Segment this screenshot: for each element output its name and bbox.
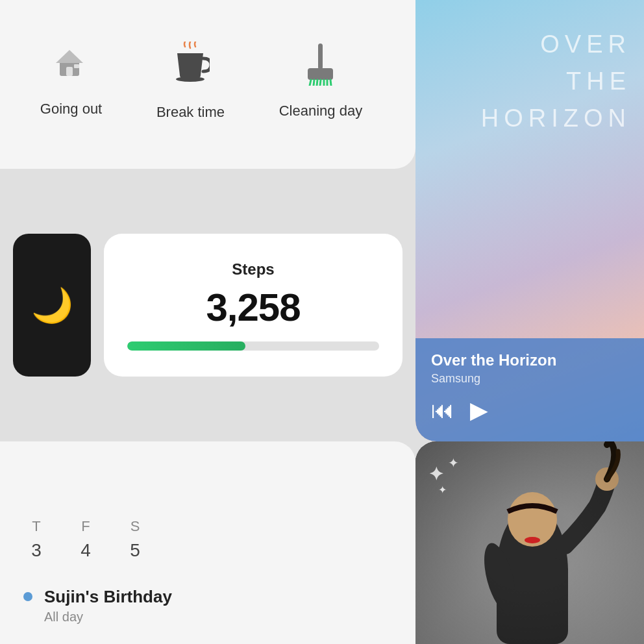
svg-line-13 xyxy=(330,80,331,86)
steps-progress-bar xyxy=(127,341,379,351)
break-time-icon xyxy=(171,42,210,92)
mode-cleaning-day[interactable]: Cleaning day xyxy=(279,43,362,119)
prev-button[interactable]: ⏮ xyxy=(431,399,454,422)
calendar-widget: T F S 3 4 5 Sujin's Birthday All day xyxy=(0,441,415,644)
event-dot xyxy=(23,592,32,601)
going-out-icon xyxy=(52,45,91,89)
calendar-dates-row: 3 4 5 xyxy=(23,540,392,561)
steps-widget: Steps 3,258 xyxy=(104,234,402,377)
date-0: 3 xyxy=(23,540,49,561)
middle-section: 🌙 Steps 3,258 xyxy=(0,169,415,441)
going-out-label: Going out xyxy=(40,101,102,118)
mode-break-time[interactable]: Break time xyxy=(156,42,225,121)
break-time-label: Break time xyxy=(156,104,225,121)
date-2: 5 xyxy=(122,540,148,561)
steps-count: 3,258 xyxy=(206,285,300,330)
day-label-2: S xyxy=(122,518,148,535)
svg-line-9 xyxy=(317,80,317,86)
music-artist: Samsung xyxy=(431,372,628,386)
svg-point-4 xyxy=(176,77,204,82)
event-details: Sujin's Birthday All day xyxy=(44,587,172,625)
svg-line-10 xyxy=(320,80,321,86)
photo-widget: ✦ ✦ ✦ xyxy=(415,441,644,644)
music-title: Over the Horizon xyxy=(431,351,628,369)
svg-rect-2 xyxy=(66,67,73,76)
steps-label: Steps xyxy=(232,260,274,279)
event-time: All day xyxy=(44,610,172,625)
date-1: 4 xyxy=(73,540,99,561)
mode-going-out[interactable]: Going out xyxy=(40,45,102,118)
dark-mode-widget[interactable]: 🌙 xyxy=(13,234,91,377)
calendar-event[interactable]: Sujin's Birthday All day xyxy=(23,587,392,625)
steps-progress-fill xyxy=(127,341,245,351)
svg-rect-6 xyxy=(308,68,333,80)
photo-background: ✦ ✦ ✦ xyxy=(415,441,644,644)
music-info-bar: Over the Horizon Samsung ⏮ ▶ xyxy=(415,338,644,441)
svg-rect-3 xyxy=(74,64,79,68)
play-button[interactable]: ▶ xyxy=(470,399,488,422)
event-title: Sujin's Birthday xyxy=(44,587,172,607)
svg-line-7 xyxy=(310,80,311,86)
cleaning-day-label: Cleaning day xyxy=(279,103,362,119)
music-album-text: OVER THE HORIZON xyxy=(481,26,631,137)
calendar-days-row: T F S xyxy=(23,518,392,535)
moon-icon: 🌙 xyxy=(31,286,73,325)
day-label-0: T xyxy=(23,518,49,535)
day-label-1: F xyxy=(73,518,99,535)
svg-line-8 xyxy=(314,80,314,86)
cleaning-day-icon xyxy=(303,43,338,91)
music-album-art: OVER THE HORIZON xyxy=(415,0,644,338)
music-widget: OVER THE HORIZON Over the Horizon Samsun… xyxy=(415,0,644,441)
svg-marker-1 xyxy=(56,50,83,63)
music-controls: ⏮ ▶ xyxy=(431,399,628,422)
photo-overlay xyxy=(415,441,644,644)
svg-rect-5 xyxy=(318,43,323,69)
modes-widget: Going out Break time xyxy=(0,0,415,169)
